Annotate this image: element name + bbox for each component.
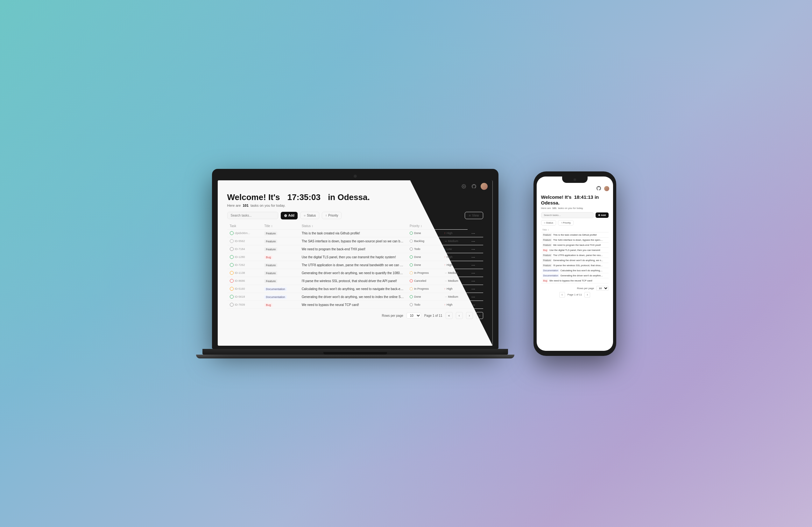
task-status-circle [230,231,234,235]
task-priority-cell: → Medium [442,277,468,285]
last-page-button[interactable]: » [476,312,483,319]
phone-status-filter[interactable]: ○ Status [541,220,556,226]
scene: Welcome! It's 17:35:03 in Odessa. Here a… [196,169,616,359]
phone-priority-filter[interactable]: ↑ Priority [558,220,574,226]
phone-task-type: Documentation [542,274,559,277]
view-button[interactable]: ≡ View [465,212,483,219]
phone-task-type: Documentation [542,269,559,272]
col-actions [442,223,468,230]
more-button[interactable]: ··· [470,302,477,307]
phone-device: Welcome! It's 18:41:13 in Odessa. Here a… [534,171,616,356]
priority-badge: ↑ High [444,287,465,290]
task-type-cell: Documentation [262,285,299,293]
page-title: Welcome! It's 17:35:03 in Odessa. [227,192,483,202]
priority-filter-button[interactable]: ↑ Priority [322,212,342,219]
phone-prev-button[interactable]: ‹ [559,292,565,298]
subtitle-prefix: Here are [227,204,241,207]
more-button[interactable]: ··· [470,262,477,268]
task-title-cell: The UTF8 application is down, parse the … [299,261,407,269]
task-status-circle [230,255,234,259]
priority-arrow-icon: ↑ [444,255,446,259]
phone-search-input[interactable] [541,212,594,218]
laptop-device: Welcome! It's 17:35:03 in Odessa. Here a… [196,169,514,359]
priority-badge: → Medium [444,271,465,274]
settings-icon[interactable] [460,183,467,190]
phone-add-button[interactable]: ⊕ Add [596,212,609,218]
add-label: Add [288,214,294,217]
phone-table-row: Feature This is the task created via Git… [541,232,609,238]
more-button[interactable]: ··· [470,270,477,275]
table-row: ID-8686 Feature I'll parse the wireless … [227,277,483,285]
more-button[interactable]: ··· [470,286,477,291]
next-page-button[interactable]: › [466,312,473,319]
more-button[interactable]: ··· [470,246,477,252]
status-badge: Backlog [410,240,439,243]
phone-subtitle: Here are 101 tasks on you for today. [541,207,609,210]
phone-pagination: Rows per page 10 20 ‹ Page 1 of 11 › [541,283,609,298]
task-title-cell: The SAS interface is down, bypass the op… [299,237,407,245]
task-more-cell: ··· [468,261,483,269]
status-badge: Done [410,264,439,267]
phone-task-cell: Feature This is the task created via Git… [541,232,609,238]
task-type-tag: Feature [264,247,277,251]
more-button[interactable]: ··· [470,278,477,283]
task-id-text: ID-7839 [235,303,245,306]
phone-next-button[interactable]: › [584,292,590,298]
task-id-text: ID-8686 [235,279,245,283]
phone-table-row: Feature We need to program the back-end … [541,243,609,248]
priority-badge: → Medium [444,240,465,243]
more-button[interactable]: ··· [470,230,477,236]
phone-task-table: Title ↕ Feature This is the task created… [541,227,609,283]
task-status-circle [230,271,234,275]
more-button[interactable]: ··· [470,239,477,244]
priority-badge: ↑ High [444,255,465,259]
user-avatar[interactable] [481,183,488,190]
task-more-cell: ··· [468,285,483,293]
priority-label: Priority [328,214,338,217]
task-type-cell: Documentation [262,293,299,301]
task-more-cell: ··· [468,277,483,285]
phone-welcome: Welcome! It's [541,194,572,200]
status-text: Canceled [414,279,426,283]
first-page-button[interactable]: « [446,312,453,319]
task-id-cell: ID-8686 [227,277,262,285]
priority-badge: ↑ High [444,231,465,235]
task-priority-cell: ↑ High [442,261,468,269]
table-row: ID-5562 Feature The SAS interface is dow… [227,237,483,245]
task-type-tag: Feature [264,231,277,235]
task-status-circle [230,279,234,283]
task-id-cell: ID-7184 [227,245,262,253]
task-priority-cell: ↑ High [442,229,468,237]
status-filter-button[interactable]: ○ Status [300,212,319,219]
priority-badge: ↑ High [444,264,465,267]
more-button[interactable]: ··· [470,294,477,299]
laptop-main-content: Welcome! It's 17:35:03 in Odessa. Here a… [218,192,493,346]
phone-task-type: Feature [542,264,552,267]
filter-bar: ⊕ Add ○ Status ↑ Priority [227,212,483,220]
svg-point-0 [463,186,464,187]
task-type-cell: Feature [262,261,299,269]
status-dot [410,295,413,298]
more-button[interactable]: ··· [470,254,477,259]
col-title: Title ↕ [262,223,299,230]
phone-table-row: Feature The UTF8 application is down, pa… [541,253,609,258]
search-input[interactable] [227,212,278,219]
task-id-text: ID-5160 [235,287,245,290]
add-button[interactable]: ⊕ Add [281,212,298,220]
phone-rows-select[interactable]: 10 20 [596,286,609,291]
priority-text: Medium [448,240,458,243]
rows-per-page-select[interactable]: 10 20 50 [406,313,421,319]
task-type-tag: Feature [264,279,277,283]
task-more-cell: ··· [468,245,483,253]
phone-page-title: Welcome! It's 18:41:13 in Odessa. [541,194,609,206]
status-dot [410,255,413,259]
github-icon[interactable] [470,183,477,190]
task-id-cell: ID-1138 [227,269,262,277]
phone-task-type: Feature [542,254,552,257]
prev-page-button[interactable]: ‹ [456,312,463,319]
phone-task-title: I'll parse the wireless SSL protocol, th… [553,264,603,267]
phone-task-cell: Feature The UTF8 application is down, pa… [541,253,609,258]
phone-github-icon[interactable] [596,186,601,191]
table-row: ID-1280 Bug Use the digital TLS panel, t… [227,253,483,261]
phone-user-avatar[interactable] [604,186,609,191]
